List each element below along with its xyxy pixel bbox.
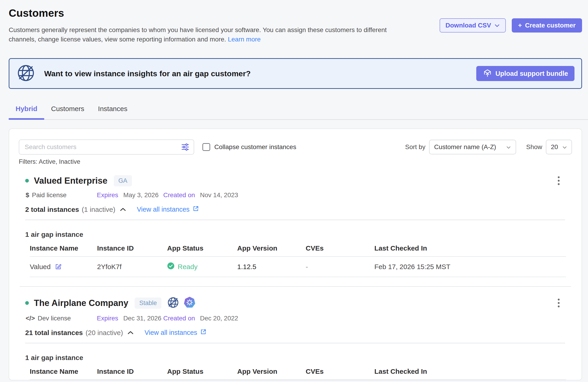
table-row: Valued 2YfoK7f Ready: [30, 257, 566, 277]
license-type: </> Dev license: [26, 315, 97, 322]
active-status-dot: [25, 179, 29, 183]
show-select[interactable]: 20: [546, 140, 572, 154]
toolbar: Collapse customer instances Sort by Cust…: [19, 139, 572, 155]
instances-table: Instance Name Instance ID App Status App…: [30, 368, 566, 380]
upload-support-bundle-button[interactable]: Upload support bundle: [476, 66, 574, 81]
chevron-down-icon: [506, 143, 511, 151]
customer-section-valued-enterprise: Valued Enterprise GA $ Paid license Expi…: [19, 175, 572, 277]
expires-label: Expires: [97, 315, 118, 322]
learn-more-link[interactable]: Learn more: [228, 36, 261, 43]
airgap-count-label: 1 air gap instance: [25, 354, 572, 362]
expires-info: Expires May 3, 2026: [97, 191, 163, 199]
customer-menu-button[interactable]: [556, 175, 561, 186]
customers-card: Collapse customer instances Sort by Cust…: [9, 128, 582, 381]
external-link-icon: [192, 205, 199, 214]
download-csv-label: Download CSV: [446, 22, 491, 29]
col-cves: CVEs: [306, 244, 374, 252]
create-customer-label: Create customer: [525, 22, 576, 29]
view-all-label: View all instances: [145, 329, 197, 337]
view-all-instances-link[interactable]: View all instances: [137, 205, 199, 214]
expires-info: Expires Dec 31, 2026: [97, 315, 163, 322]
show-label: Show: [526, 143, 542, 151]
total-instances: 21 total instances: [25, 329, 83, 337]
sort-select[interactable]: Customer name (A-Z): [429, 140, 516, 154]
edit-icon[interactable]: [54, 263, 62, 271]
instances-summary: 2 total instances (1 inactive) View all …: [25, 205, 572, 214]
install-type-icons: [167, 296, 196, 310]
app-status-text: Ready: [178, 263, 198, 271]
expires-label: Expires: [97, 191, 118, 199]
instances-summary: 21 total instances (20 inactive) View al…: [25, 328, 572, 337]
description-text: Customers generally represent the compan…: [9, 26, 387, 43]
tab-hybrid[interactable]: Hybrid: [9, 102, 44, 120]
view-all-label: View all instances: [137, 206, 189, 213]
show-value: 20: [551, 143, 558, 151]
customer-name[interactable]: Valued Enterprise: [34, 176, 107, 186]
chevron-down-icon: [562, 143, 567, 151]
app-status-cell: Ready: [167, 262, 237, 271]
collapse-section-chevron-icon[interactable]: [127, 330, 134, 335]
customer-header: Valued Enterprise GA: [19, 175, 572, 186]
customer-meta: </> Dev license Expires Dec 31, 2026 Cre…: [26, 315, 572, 322]
inactive-count: (1 inactive): [82, 206, 115, 213]
license-label: Paid license: [32, 191, 67, 199]
customer-name[interactable]: The Airplane Company: [34, 298, 128, 308]
airgap-count-label: 1 air gap instance: [25, 231, 572, 238]
search-wrap: [19, 139, 194, 155]
create-customer-button[interactable]: + Create customer: [512, 18, 582, 33]
page-description: Customers generally represent the compan…: [9, 25, 412, 44]
customer-section-airplane-company: The Airplane Company Stable: [19, 296, 572, 380]
created-info: Created on Dec 20, 2022: [163, 315, 572, 322]
header-actions: Download CSV + Create customer: [440, 18, 582, 44]
collapse-instances-control[interactable]: Collapse customer instances: [202, 143, 296, 151]
col-last-checked-in: Last Checked In: [374, 244, 566, 252]
created-info: Created on Nov 14, 2023: [163, 191, 572, 199]
channel-badge: GA: [114, 175, 132, 186]
external-link-icon: [200, 328, 207, 337]
download-csv-button[interactable]: Download CSV: [440, 18, 506, 33]
col-instance-id: Instance ID: [97, 244, 167, 252]
collapse-section-chevron-icon[interactable]: [120, 207, 126, 212]
col-last-checked-in: Last Checked In: [374, 368, 566, 375]
collapse-checkbox[interactable]: [202, 143, 210, 151]
created-label: Created on: [163, 315, 195, 322]
sort-by-label: Sort by: [405, 143, 425, 151]
view-all-instances-link[interactable]: View all instances: [145, 328, 207, 337]
airgap-globe-icon: [167, 296, 179, 310]
col-app-status: App Status: [167, 244, 237, 252]
channel-badge: Stable: [135, 297, 161, 309]
search-input[interactable]: [19, 139, 194, 155]
active-status-dot: [25, 301, 29, 305]
last-checked-in-cell: Feb 17, 2026 15:25 MST: [374, 263, 566, 271]
airgap-globe-icon: [16, 64, 36, 84]
tab-instances[interactable]: Instances: [91, 102, 134, 120]
instances-table-header: Instance Name Instance ID App Status App…: [30, 368, 566, 380]
customer-header: The Airplane Company Stable: [19, 296, 572, 310]
inactive-count: (20 inactive): [86, 329, 123, 337]
divider: [25, 220, 565, 220]
active-filters-text: Filters: Active, Inactive: [19, 158, 572, 165]
expires-date: May 3, 2026: [123, 191, 158, 199]
license-label: Dev license: [38, 315, 71, 322]
collapse-label: Collapse customer instances: [214, 143, 296, 151]
instances-table-header: Instance Name Instance ID App Status App…: [30, 244, 566, 257]
created-label: Created on: [163, 191, 195, 199]
tab-customers[interactable]: Customers: [44, 102, 91, 120]
header-text: Customers Customers generally represent …: [9, 7, 412, 44]
dollar-icon: $: [26, 191, 29, 199]
col-instance-id: Instance ID: [97, 368, 167, 375]
instances-table: Instance Name Instance ID App Status App…: [30, 244, 566, 277]
upload-bundle-icon: [483, 68, 492, 79]
col-app-version: App Version: [237, 244, 306, 252]
customers-page: Customers Customers generally represent …: [0, 0, 588, 382]
col-cves: CVEs: [306, 368, 374, 375]
filter-sliders-icon[interactable]: [181, 143, 189, 152]
customer-menu-button[interactable]: [556, 297, 561, 309]
created-date: Dec 20, 2022: [200, 315, 238, 322]
license-type: $ Paid license: [26, 191, 97, 199]
airgap-banner: Want to view instance insights for an ai…: [9, 58, 582, 89]
col-app-version: App Version: [237, 368, 306, 375]
customer-meta: $ Paid license Expires May 3, 2026 Creat…: [26, 191, 572, 199]
app-version-cell: 1.12.5: [237, 263, 306, 271]
instance-name-cell: Valued: [30, 263, 97, 271]
